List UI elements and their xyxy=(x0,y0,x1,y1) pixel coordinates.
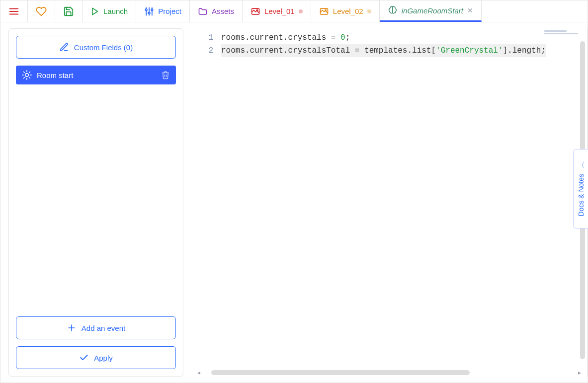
svg-point-14 xyxy=(25,74,29,77)
svg-point-7 xyxy=(148,12,150,14)
svg-line-21 xyxy=(24,77,25,78)
trash-icon xyxy=(161,71,170,79)
events-sidebar: Custom Fields (0) Room start Add an even… xyxy=(8,28,183,377)
svg-line-18 xyxy=(29,77,30,78)
menu-icon xyxy=(8,6,19,17)
scrollbar-track[interactable] xyxy=(205,370,575,375)
launch-button[interactable]: Launch xyxy=(83,0,136,22)
tab-label: Level_01 xyxy=(264,7,295,15)
scroll-right-arrow[interactable]: ▸ xyxy=(578,369,583,376)
svg-point-13 xyxy=(325,9,326,10)
save-button[interactable] xyxy=(55,0,83,22)
svg-line-17 xyxy=(24,72,25,73)
svg-point-11 xyxy=(256,9,257,10)
dirty-dot-icon xyxy=(367,9,371,13)
add-event-label: Add an event xyxy=(82,324,125,332)
horizontal-scrollbar[interactable]: ◂ ▸ xyxy=(193,369,587,377)
docs-notes-label: Docs & Notes xyxy=(577,174,585,217)
plus-icon xyxy=(67,323,77,333)
main-area: Custom Fields (0) Room start Add an even… xyxy=(0,22,588,383)
tab-label: inGameRoomStart xyxy=(402,6,463,15)
hamburger-menu[interactable] xyxy=(0,0,28,22)
scrollbar-thumb[interactable] xyxy=(211,370,470,375)
svg-point-5 xyxy=(146,8,148,10)
svg-marker-3 xyxy=(92,8,98,15)
svg-line-22 xyxy=(29,72,30,73)
room-icon xyxy=(251,6,260,16)
favorite-button[interactable] xyxy=(28,0,55,22)
scroll-left-arrow[interactable]: ◂ xyxy=(197,369,202,376)
custom-fields-label: Custom Fields (0) xyxy=(74,43,133,52)
delete-event-button[interactable] xyxy=(161,71,170,79)
tab-ingameroomstart[interactable]: inGameRoomStart ✕ xyxy=(380,0,482,22)
event-label: Room start xyxy=(37,71,156,79)
play-icon xyxy=(90,7,99,16)
apply-button[interactable]: Apply xyxy=(16,346,176,369)
event-item-room-start[interactable]: Room start xyxy=(16,66,176,84)
code-content[interactable]: rooms.current.crystals = 0;rooms.current… xyxy=(221,28,587,369)
check-icon xyxy=(79,353,89,363)
room-icon xyxy=(319,6,329,16)
brain-icon xyxy=(388,5,398,15)
code-editor[interactable]: 12 rooms.current.crystals = 0;rooms.curr… xyxy=(193,28,588,377)
line-gutter: 12 xyxy=(193,28,221,369)
assets-label: Assets xyxy=(212,7,234,15)
heart-icon xyxy=(36,6,47,17)
tab-label: Level_02 xyxy=(333,7,363,15)
dirty-dot-icon xyxy=(299,9,303,13)
project-label: Project xyxy=(158,7,181,15)
chevron-left-icon: 〈 xyxy=(578,161,585,170)
docs-notes-tab[interactable]: 〈 Docs & Notes xyxy=(573,149,588,229)
minimap[interactable] xyxy=(544,30,579,39)
add-event-button[interactable]: Add an event xyxy=(16,316,176,339)
edit-icon xyxy=(59,42,69,52)
folder-icon xyxy=(198,6,208,16)
sun-icon xyxy=(22,70,32,80)
launch-label: Launch xyxy=(103,7,128,15)
custom-fields-button[interactable]: Custom Fields (0) xyxy=(16,36,176,59)
sliders-icon xyxy=(144,6,154,16)
tab-level-01[interactable]: Level_01 xyxy=(243,0,311,22)
close-tab-button[interactable]: ✕ xyxy=(467,6,473,14)
assets-button[interactable]: Assets xyxy=(190,0,243,22)
svg-point-9 xyxy=(151,8,153,10)
apply-label: Apply xyxy=(94,354,113,362)
topbar: Launch Project Assets Level_01 Level_02 … xyxy=(0,0,588,22)
save-icon xyxy=(63,6,74,17)
project-button[interactable]: Project xyxy=(136,0,190,22)
tab-level-02[interactable]: Level_02 xyxy=(311,0,380,22)
